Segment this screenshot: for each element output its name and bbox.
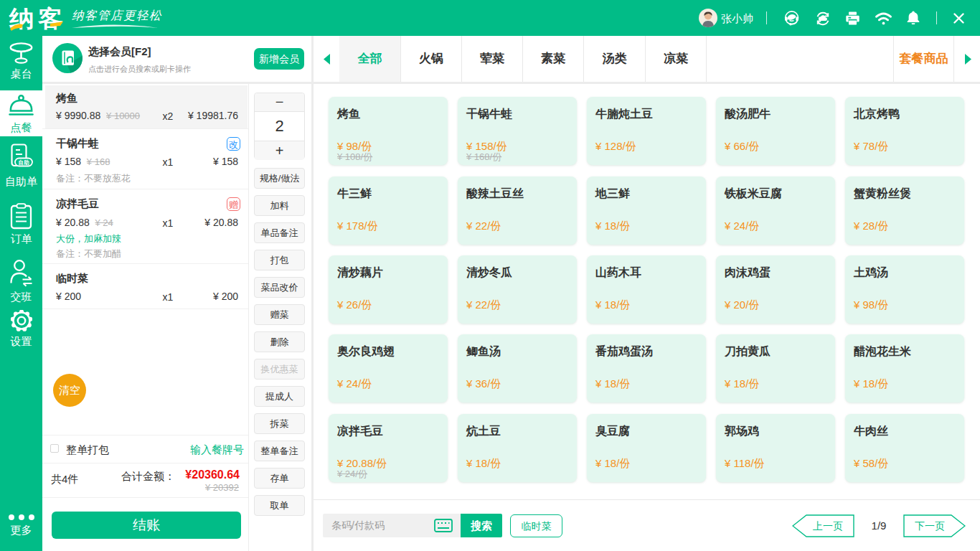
svg-text:下一页: 下一页	[915, 520, 945, 532]
svg-text:自助: 自助	[19, 159, 30, 166]
svg-text:上一页: 上一页	[813, 520, 843, 532]
